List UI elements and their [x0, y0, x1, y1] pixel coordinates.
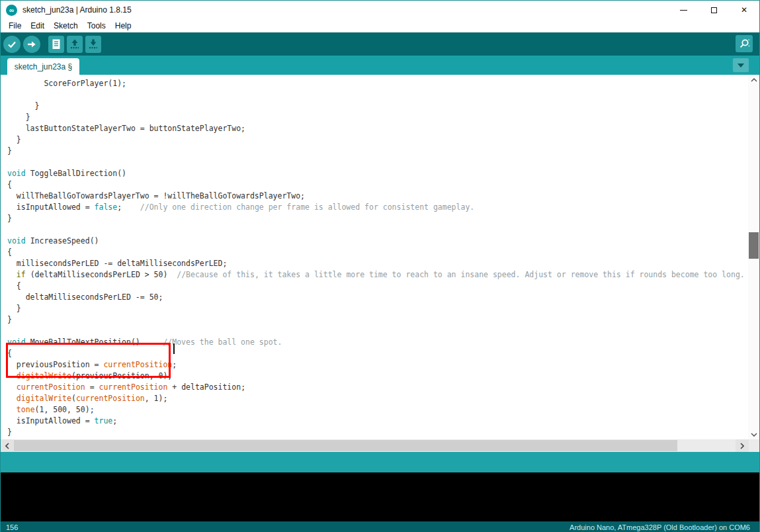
check-icon [7, 39, 17, 50]
code-line: digitalWrite(previousPosition, 0); [7, 371, 749, 382]
code-lines: ScoreForPlayer(1); } } lastButtonStatePl… [1, 75, 749, 438]
close-button[interactable]: ✕ [729, 1, 759, 19]
code-line: void MoveBallToNextPosition() //Moves th… [7, 337, 749, 348]
console-output [1, 472, 759, 521]
code-line: } [7, 314, 749, 326]
serial-monitor-button[interactable] [736, 35, 753, 52]
menu-item-tools[interactable]: Tools [83, 20, 110, 32]
toolbar [1, 32, 759, 56]
maximize-icon [711, 7, 717, 13]
code-line: } [7, 146, 749, 157]
horizontal-scroll-thumb[interactable] [14, 440, 677, 451]
save-button[interactable] [85, 36, 101, 53]
code-line: isInputAllowed = false; //Only one direc… [7, 202, 749, 213]
upload-button[interactable] [23, 36, 40, 53]
code-line: currentPosition = currentPosition + delt… [7, 382, 749, 393]
code-line: } [7, 112, 749, 123]
close-icon: ✕ [741, 6, 747, 14]
code-line: tone(1, 500, 50); [7, 404, 749, 416]
code-editor[interactable]: ScoreForPlayer(1); } } lastButtonStatePl… [1, 75, 749, 439]
board-port-info: Arduino Nano, ATmega328P (Old Bootloader… [570, 523, 759, 531]
code-line: digitalWrite(currentPosition, 1); [7, 393, 749, 404]
window-controls: ✕ [668, 1, 759, 19]
chevron-right-icon [740, 443, 744, 449]
code-line [7, 224, 749, 236]
code-line: { [7, 281, 749, 292]
tab-sketch-jun23a[interactable]: sketch_jun23a § [7, 58, 79, 75]
menu-bar: FileEditSketchToolsHelp [1, 19, 759, 32]
code-line: { [7, 179, 749, 191]
scroll-left-button[interactable] [1, 439, 14, 452]
arrow-up-icon [69, 38, 81, 50]
menu-item-sketch[interactable]: Sketch [49, 20, 83, 32]
code-line: millisecondsPerLED -= deltaMillisecondsP… [7, 258, 749, 269]
tab-list-button[interactable] [733, 58, 749, 72]
menu-item-file[interactable]: File [4, 20, 26, 32]
scroll-down-button[interactable] [748, 429, 759, 439]
code-line: isInputAllowed = true; [7, 416, 749, 427]
arduino-infinity-icon: ∞ [6, 5, 17, 16]
code-line: { [7, 348, 749, 359]
new-sketch-button[interactable] [48, 36, 64, 53]
chevron-up-icon [751, 78, 757, 82]
code-line: } [7, 427, 749, 438]
scroll-right-button[interactable] [736, 439, 749, 452]
magnifier-icon [738, 38, 750, 50]
code-line [7, 326, 749, 337]
minimize-icon [680, 10, 687, 11]
arrow-down-icon [87, 38, 99, 50]
code-line [7, 89, 749, 101]
code-line: } [7, 134, 749, 146]
code-line: previousPosition = currentPosition; [7, 359, 749, 371]
code-line: ScoreForPlayer(1); [7, 78, 749, 89]
horizontal-scrollbar[interactable] [1, 439, 759, 452]
code-line: void ToggleBallDirection() [7, 168, 749, 179]
code-line: deltaMillisecondsPerLED -= 50; [7, 292, 749, 303]
menu-item-edit[interactable]: Edit [26, 20, 49, 32]
tab-label: sketch_jun23a § [15, 62, 72, 71]
minimize-button[interactable] [668, 1, 698, 19]
arduino-ide-window: ∞ sketch_jun23a | Arduino 1.8.15 ✕ FileE… [0, 0, 760, 532]
message-strip [1, 452, 759, 472]
verify-button[interactable] [3, 36, 21, 53]
code-line: } [7, 213, 749, 224]
code-line: } [7, 101, 749, 112]
open-button[interactable] [67, 36, 83, 53]
code-line: if (deltaMillisecondsPerLED > 50) //Beca… [7, 269, 749, 281]
scroll-up-button[interactable] [748, 75, 759, 85]
status-bar: 156 Arduino Nano, ATmega328P (Old Bootlo… [1, 521, 759, 532]
code-line: } [7, 303, 749, 314]
cursor-line-number: 156 [1, 523, 18, 531]
code-line: { [7, 247, 749, 258]
menu-item-help[interactable]: Help [110, 20, 136, 32]
document-icon [51, 38, 62, 50]
code-line: void IncreaseSpeed() [7, 236, 749, 247]
code-line: willTheBallGoTowardsPlayerTwo = !willThe… [7, 191, 749, 202]
arrow-right-icon [26, 39, 37, 50]
vertical-scrollbar[interactable] [748, 75, 759, 439]
vertical-scroll-thumb[interactable] [749, 232, 759, 259]
text-caret [173, 343, 175, 354]
title-bar: ∞ sketch_jun23a | Arduino 1.8.15 ✕ [1, 1, 759, 19]
maximize-button[interactable] [698, 1, 729, 19]
code-line [7, 157, 749, 168]
chevron-down-icon [738, 64, 744, 67]
code-line: lastButtonStatePlayerTwo = buttonStatePl… [7, 123, 749, 134]
tab-strip: sketch_jun23a § [1, 56, 759, 75]
chevron-down-icon [751, 433, 757, 437]
window-title: sketch_jun23a | Arduino 1.8.15 [22, 5, 132, 15]
chevron-left-icon [5, 443, 9, 449]
